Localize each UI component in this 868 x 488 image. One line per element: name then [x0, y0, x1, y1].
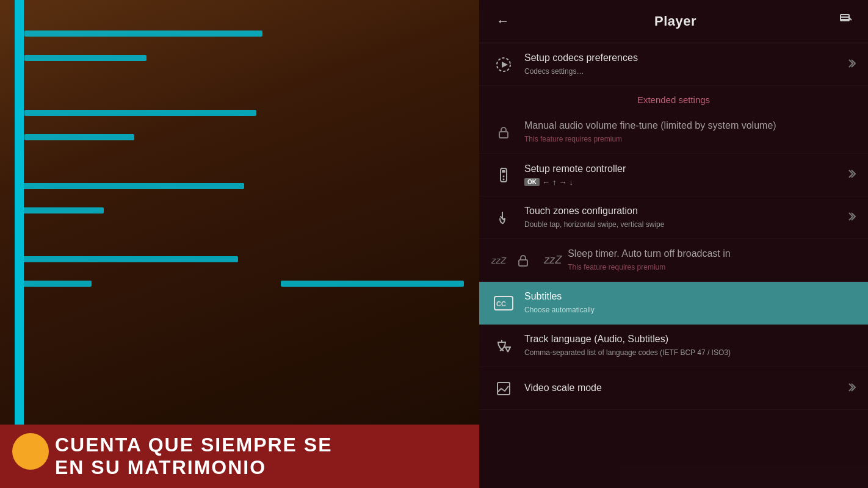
- item-subtitle-touch_zones: Double tap, horizontal swipe, vertical s…: [524, 220, 846, 230]
- item-content-subtitles: SubtitlesChoose automatically: [524, 290, 856, 315]
- item-arrow-video_scale: [846, 382, 856, 394]
- item-content-sleep_timer: Sleep timer. Auto turn off broadcast inT…: [568, 248, 856, 273]
- ok-badge: OK: [524, 178, 540, 186]
- arrow-badge-4: ↓: [570, 178, 574, 187]
- cc-icon: CC: [491, 296, 516, 310]
- svg-rect-6: [499, 132, 508, 138]
- item-title-subtitles: Subtitles: [524, 290, 856, 303]
- item-title-audio_volume: Manual audio volume fine-tune (limited b…: [524, 120, 856, 132]
- extended-settings-label: Extended settings: [479, 86, 868, 111]
- svg-rect-8: [502, 170, 505, 173]
- setting-item-remote_controller[interactable]: Setup remote controllerOK←↑→↓: [479, 154, 868, 196]
- svg-rect-17: [497, 382, 510, 395]
- translate-icon: [491, 337, 516, 354]
- item-content-video_scale: Video scale mode: [524, 382, 846, 395]
- scale-icon: [491, 380, 516, 397]
- arrow-badge-2: ↑: [552, 178, 557, 187]
- touch-icon: [491, 209, 516, 226]
- item-subtitle-audio_volume: This feature requires premium: [524, 134, 856, 145]
- svg-rect-11: [519, 260, 527, 266]
- item-title-touch_zones: Touch zones configuration: [524, 205, 846, 218]
- lock_sleep-icon: [511, 252, 535, 269]
- arrow-badge-1: ←: [542, 178, 550, 187]
- setting-item-sleep_timer[interactable]: zzZzzZSleep timer. Auto turn off broadca…: [479, 239, 868, 282]
- item-title-track_language: Track language (Audio, Subtitles): [524, 333, 856, 346]
- item-title-codecs: Setup codecs preferences: [524, 52, 846, 65]
- svg-point-9: [503, 175, 505, 177]
- item-subtitle-codecs: Codecs settings…: [524, 66, 846, 77]
- setting-item-track_language[interactable]: Track language (Audio, Subtitles)Comma-s…: [479, 325, 868, 367]
- item-content-track_language: Track language (Audio, Subtitles)Comma-s…: [524, 333, 856, 358]
- svg-marker-5: [502, 62, 508, 68]
- subtitle-line1: CUENTA QUE SIEMPRE SE: [55, 434, 467, 456]
- item-content-codecs: Setup codecs preferencesCodecs settings…: [524, 52, 846, 77]
- setting-item-audio_volume[interactable]: Manual audio volume fine-tune (limited b…: [479, 111, 868, 154]
- item-title-video_scale: Video scale mode: [524, 382, 846, 395]
- item-arrow-remote_controller: [846, 169, 856, 181]
- remote-badges: OK←↑→↓: [524, 178, 846, 187]
- back-button[interactable]: ←: [494, 11, 512, 32]
- arrow-badge-3: →: [559, 178, 567, 187]
- setting-item-touch_zones[interactable]: Touch zones configurationDouble tap, hor…: [479, 196, 868, 239]
- codec-icon: [491, 56, 516, 73]
- item-title-sleep_timer: Sleep timer. Auto turn off broadcast in: [568, 248, 856, 260]
- settings-list: Setup codecs preferencesCodecs settings……: [479, 43, 868, 488]
- item-content-audio_volume: Manual audio volume fine-tune (limited b…: [524, 120, 856, 145]
- zzz-icon: zzZ: [491, 255, 506, 265]
- yellow-circle-decoration: [12, 433, 49, 470]
- setting-item-subtitles[interactable]: CC SubtitlesChoose automatically: [479, 282, 868, 325]
- item-title-remote_controller: Setup remote controller: [524, 163, 846, 176]
- search-button[interactable]: [839, 13, 853, 30]
- video-background: CUENTA QUE SIEMPRE SE EN SU MATRIMONIO: [0, 0, 479, 488]
- subtitle-line2: EN SU MATRIMONIO: [55, 456, 467, 479]
- item-subtitle-track_language: Comma-separated list of language codes (…: [524, 348, 856, 358]
- item-subtitle-sleep_timer: This feature requires premium: [568, 262, 856, 273]
- item-arrow-codecs: [846, 59, 856, 70]
- item-content-remote_controller: Setup remote controllerOK←↑→↓: [524, 163, 846, 187]
- panel-header: ← Player: [479, 0, 868, 43]
- svg-point-10: [503, 178, 505, 180]
- video-subtitle-bar: CUENTA QUE SIEMPRE SE EN SU MATRIMONIO: [0, 425, 479, 488]
- zzz-decoration: zzZ: [544, 254, 562, 267]
- item-subtitle-subtitles: Choose automatically: [524, 305, 856, 315]
- setting-item-codecs[interactable]: Setup codecs preferencesCodecs settings…: [479, 43, 868, 86]
- remote-icon: [491, 167, 516, 184]
- item-content-touch_zones: Touch zones configurationDouble tap, hor…: [524, 205, 846, 230]
- svg-text:CC: CC: [496, 300, 506, 307]
- settings-panel: ← Player Setup codecs preferencesCodecs …: [479, 0, 868, 488]
- item-arrow-touch_zones: [846, 212, 856, 223]
- lock-icon: [491, 124, 516, 141]
- setting-item-video_scale[interactable]: Video scale mode: [479, 367, 868, 410]
- panel-title: Player: [654, 13, 696, 29]
